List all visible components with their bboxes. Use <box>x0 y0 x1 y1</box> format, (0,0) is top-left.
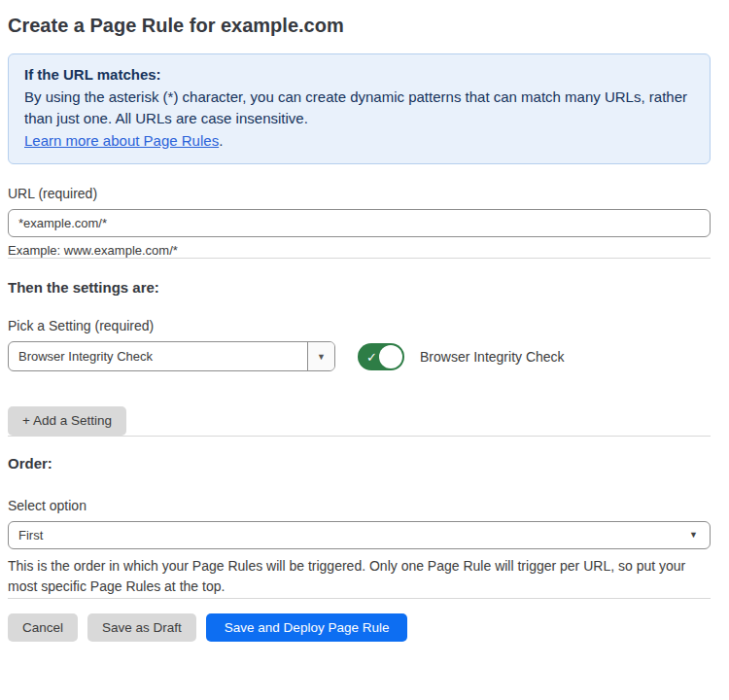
link-suffix: . <box>219 132 223 149</box>
toggle-knob <box>379 345 402 368</box>
create-page-rule-panel: Create a Page Rule for example.com If th… <box>0 0 729 642</box>
url-input[interactable] <box>8 209 711 237</box>
cancel-button[interactable]: Cancel <box>8 613 78 643</box>
footer-actions: Cancel Save as Draft Save and Deploy Pag… <box>8 613 711 643</box>
divider <box>8 436 711 437</box>
save-as-draft-button[interactable]: Save as Draft <box>87 613 196 643</box>
url-field-label: URL (required) <box>8 186 711 201</box>
setting-dropdown-value: Browser Integrity Check <box>9 342 307 370</box>
settings-section-heading: Then the settings are: <box>8 279 711 296</box>
info-box-heading: If the URL matches: <box>24 64 694 87</box>
setting-row: Browser Integrity Check ▼ ✓ Browser Inte… <box>8 341 711 371</box>
divider <box>8 598 711 599</box>
toggle-label: Browser Integrity Check <box>420 349 565 365</box>
setting-dropdown[interactable]: Browser Integrity Check ▼ <box>8 341 335 371</box>
order-section-heading: Order: <box>8 455 711 472</box>
order-select[interactable]: First ▼ <box>8 521 711 549</box>
order-help-text: This is the order in which your Page Rul… <box>8 556 711 598</box>
info-box-body: By using the asterisk (*) character, you… <box>24 87 694 130</box>
select-option-label: Select option <box>8 498 711 513</box>
chevron-down-icon: ▼ <box>689 530 698 540</box>
order-select-value: First <box>18 528 43 542</box>
chevron-down-icon: ▼ <box>317 352 326 362</box>
page-title: Create a Page Rule for example.com <box>8 14 711 37</box>
url-example-text: Example: www.example.com/* <box>8 243 711 258</box>
url-matches-info-box: If the URL matches: By using the asteris… <box>8 53 711 164</box>
check-icon: ✓ <box>366 350 377 363</box>
divider <box>8 258 711 259</box>
save-and-deploy-button[interactable]: Save and Deploy Page Rule <box>206 613 408 643</box>
info-box-link-line: Learn more about Page Rules. <box>24 130 694 153</box>
setting-dropdown-arrow-button[interactable]: ▼ <box>307 342 334 370</box>
pick-setting-label: Pick a Setting (required) <box>8 318 711 333</box>
browser-integrity-toggle[interactable]: ✓ <box>358 343 404 370</box>
add-setting-button[interactable]: + Add a Setting <box>8 406 126 436</box>
learn-more-link[interactable]: Learn more about Page Rules <box>24 132 219 149</box>
